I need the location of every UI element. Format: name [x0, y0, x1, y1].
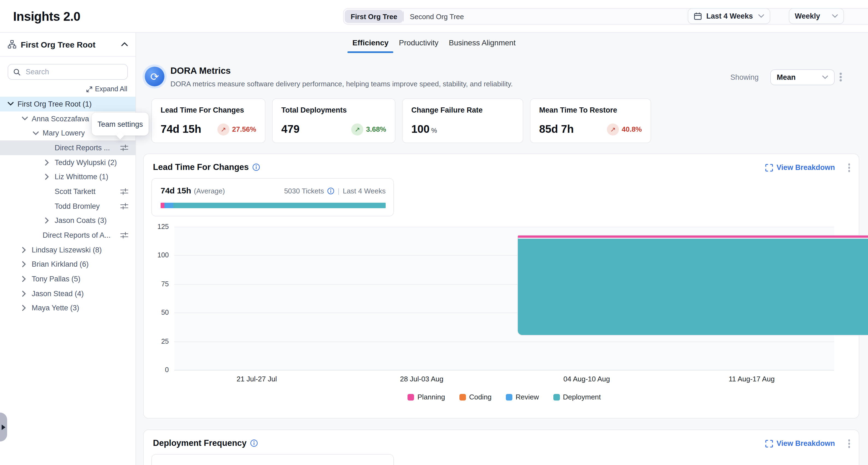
team-settings-icon[interactable] [120, 231, 128, 239]
y-tick-label: 0 [144, 366, 169, 374]
summary-bar-segment-deployment [173, 203, 386, 208]
x-tick-label: 04 Aug-10 Aug [504, 375, 669, 383]
tree-item-teddy-wylupski[interactable]: Teddy Wylupski (2) [0, 155, 135, 170]
legend-item-planning[interactable]: Planning [407, 393, 445, 401]
y-tick-label: 100 [144, 252, 169, 259]
chevron-down-icon [758, 14, 764, 18]
sidebar-search [8, 64, 128, 80]
lead-time-summary: 74d 15h (Average) 5030 Tickets | Last 4 … [151, 178, 394, 216]
metric-unit: % [431, 127, 437, 134]
tree-item-todd-bromley[interactable]: Todd Bromley [0, 199, 135, 213]
legend-item-review[interactable]: Review [506, 393, 539, 401]
chart-kebab-menu[interactable] [848, 163, 850, 172]
tab-productivity[interactable]: Productivity [399, 38, 439, 53]
legend-swatch [459, 394, 466, 400]
team-settings-icon[interactable] [120, 187, 128, 196]
top-header: Insights 2.0 First Org Tree Second Org T… [0, 0, 868, 33]
showing-label: Showing [730, 73, 759, 82]
info-icon[interactable] [253, 163, 260, 171]
legend-item-deployment[interactable]: Deployment [553, 393, 601, 401]
dora-metric-cards: Lead Time For Changes 74d 15h ↗ 27.56% T… [151, 98, 651, 143]
chevron-right-icon[interactable] [45, 159, 55, 165]
tree-item-direct-reports-of-a[interactable]: Direct Reports of A... [0, 228, 135, 242]
team-settings-icon[interactable] [120, 144, 128, 152]
bars-row [174, 227, 834, 370]
chevron-right-icon[interactable] [45, 218, 55, 224]
view-breakdown-link[interactable]: View Breakdown [766, 440, 835, 448]
delta-badge: ↗ 27.56% [217, 123, 256, 135]
date-range-value: Last 4 Weeks [706, 12, 753, 20]
tree-item-scott-tarkett[interactable]: Scott Tarkett [0, 184, 135, 198]
legend-swatch [553, 394, 560, 400]
chevron-right-icon[interactable] [22, 276, 32, 282]
bar-cell [669, 227, 834, 370]
metric-card-change-failure-rate[interactable]: Change Failure Rate 100% [402, 98, 523, 143]
chevron-down-icon[interactable] [33, 131, 42, 135]
chevron-right-icon[interactable] [22, 305, 32, 311]
dora-kebab-menu[interactable] [840, 73, 841, 81]
toggle-second-org-tree[interactable]: Second Org Tree [404, 10, 470, 23]
legend-swatch [506, 394, 513, 400]
metric-value: 479 [281, 123, 300, 135]
org-tree-sidebar: First Org Tree Root Expand All [0, 32, 136, 465]
lead-time-for-changes-card: Lead Time For Changes View Breakdown 74d… [143, 154, 859, 418]
info-icon[interactable] [327, 187, 334, 194]
legend-swatch [407, 394, 414, 400]
trend-up-icon: ↗ [217, 123, 229, 135]
summary-bar-segment-planning [161, 203, 165, 208]
tree-item-liz-whittome[interactable]: Liz Whittome (1) [0, 170, 135, 184]
tree-item-jason-coats[interactable]: Jason Coats (3) [0, 213, 135, 228]
chevron-right-icon[interactable] [22, 291, 32, 297]
info-icon[interactable] [250, 439, 258, 447]
x-tick-label: 21 Jul-27 Jul [174, 375, 339, 383]
expand-diagonal-icon [86, 86, 92, 92]
tree-item-brian-kirkland[interactable]: Brian Kirkland (6) [0, 257, 135, 272]
tree-item-jason-stead[interactable]: Jason Stead (4) [0, 286, 135, 301]
y-tick-label: 125 [144, 223, 169, 230]
y-tick-label: 75 [144, 280, 169, 288]
search-icon [13, 68, 21, 76]
tree-item-direct-reports[interactable]: Direct Reports ... [0, 141, 135, 155]
chevron-down-icon[interactable] [22, 116, 32, 121]
calendar-icon [694, 12, 702, 20]
date-range-dropdown[interactable]: Last 4 Weeks [688, 8, 770, 24]
tab-efficiency[interactable]: Efficiency [352, 38, 389, 53]
breakdown-expand-icon [766, 164, 773, 172]
dora-metrics-icon: ⟳ [145, 67, 164, 86]
chevron-right-icon[interactable] [22, 247, 32, 253]
summary-bar-segment-review [165, 203, 173, 208]
metric-value: 85d 7h [539, 123, 574, 135]
metric-card-total-deployments[interactable]: Total Deployments 479 ↗ 3.68% [272, 98, 396, 143]
legend-label: Review [516, 393, 539, 401]
metric-card-lead-time[interactable]: Lead Time For Changes 74d 15h ↗ 27.56% [151, 98, 266, 143]
search-input[interactable] [25, 67, 122, 76]
chart-kebab-menu[interactable] [848, 439, 850, 448]
chevron-down-icon[interactable] [8, 102, 18, 106]
dora-section-title: DORA Metrics [170, 66, 231, 76]
gridline [174, 370, 834, 370]
y-tick-label: 25 [144, 337, 169, 345]
showing-dropdown[interactable]: Mean [770, 69, 835, 85]
granularity-dropdown[interactable]: Weekly [789, 8, 844, 24]
toggle-first-org-tree[interactable]: First Org Tree [345, 10, 403, 23]
expand-all-button[interactable]: Expand All [86, 85, 127, 93]
tree-item-first-org-tree-root[interactable]: First Org Tree Root (1) [0, 97, 135, 111]
delta-badge: ↗ 40.8% [607, 123, 642, 135]
chevron-right-icon[interactable] [45, 174, 55, 180]
tree-item-lindsay-liszewski[interactable]: Lindsay Liszewski (8) [0, 243, 135, 257]
metric-card-mean-time-to-restore[interactable]: Mean Time To Restore 85d 7h ↗ 40.8% [530, 98, 651, 143]
x-axis: 21 Jul-27 Jul28 Jul-03 Aug04 Aug-10 Aug1… [174, 375, 834, 383]
tree-item-tony-pallas[interactable]: Tony Pallas (5) [0, 272, 135, 286]
delta-badge: ↗ 3.68% [351, 123, 386, 135]
tree-item-maya-yette[interactable]: Maya Yette (3) [0, 301, 135, 315]
legend-label: Deployment [563, 393, 601, 401]
sidebar-expand-handle[interactable] [0, 412, 7, 441]
granularity-value: Weekly [795, 12, 820, 20]
insights-app: Insights 2.0 First Org Tree Second Org T… [0, 0, 868, 465]
team-settings-icon[interactable] [120, 202, 128, 210]
chevron-right-icon[interactable] [22, 261, 32, 268]
view-breakdown-link[interactable]: View Breakdown [766, 164, 835, 172]
legend-item-coding[interactable]: Coding [459, 393, 491, 401]
summary-value: 74d 15h [161, 186, 191, 195]
tab-business-alignment[interactable]: Business Alignment [449, 38, 516, 53]
